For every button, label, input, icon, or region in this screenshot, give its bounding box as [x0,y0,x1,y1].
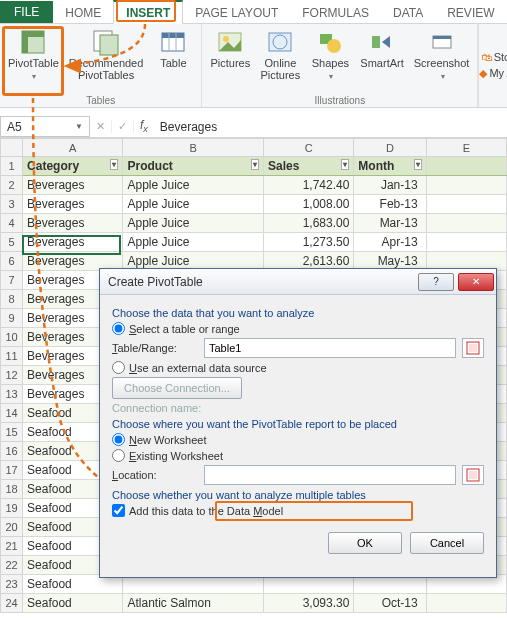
radio-existing-worksheet[interactable] [112,449,125,462]
cell[interactable] [426,233,506,252]
row-header[interactable]: 3 [1,195,23,214]
row-header[interactable]: 19 [1,499,23,518]
row-header[interactable]: 20 [1,518,23,537]
tab-file[interactable]: FILE [0,1,53,23]
cell-product[interactable]: Apple Juice [123,195,264,214]
input-location[interactable] [204,465,456,485]
row-header[interactable]: 6 [1,252,23,271]
row-header[interactable]: 18 [1,480,23,499]
table-header-month[interactable]: Month▾ [354,157,426,176]
cell-category[interactable]: Beverages [23,195,123,214]
row-header[interactable]: 5 [1,233,23,252]
dropdown-icon[interactable]: ▼ [75,122,83,131]
radio-new-worksheet[interactable] [112,433,125,446]
row-header[interactable]: 14 [1,404,23,423]
cell[interactable] [426,195,506,214]
row-header[interactable]: 1 [1,157,23,176]
cell-category[interactable]: Seafood [23,594,123,613]
tab-pagelayout[interactable]: PAGE LAYOUT [183,2,290,23]
cell-product[interactable]: Apple Juice [123,176,264,195]
cancel-button[interactable]: Cancel [410,532,484,554]
dialog-titlebar[interactable]: Create PivotTable ? ✕ [100,269,496,295]
smartart-button[interactable]: SmartArt [356,26,407,71]
row-header[interactable]: 17 [1,461,23,480]
help-button[interactable]: ? [418,273,454,291]
row-header[interactable]: 15 [1,423,23,442]
table-header-category[interactable]: Category▾ [23,157,123,176]
row-header[interactable]: 11 [1,347,23,366]
ok-button[interactable]: OK [328,532,402,554]
input-table-range[interactable] [204,338,456,358]
row-header[interactable]: 4 [1,214,23,233]
filter-icon[interactable]: ▾ [110,159,118,170]
row-header[interactable]: 8 [1,290,23,309]
row-header[interactable]: 7 [1,271,23,290]
row-header[interactable]: 21 [1,537,23,556]
tab-insert[interactable]: INSERT [113,0,183,24]
tab-formulas[interactable]: FORMULAS [290,2,381,23]
recommended-pivottables-button[interactable]: Recommended PivotTables [65,26,148,83]
row-header[interactable]: 22 [1,556,23,575]
tab-data[interactable]: DATA [381,2,435,23]
cell-sales[interactable]: 1,273.50 [264,233,354,252]
row-header[interactable]: 2 [1,176,23,195]
cell[interactable] [426,157,506,176]
store-button[interactable]: 🛍Stor [481,51,507,63]
tab-home[interactable]: HOME [53,2,113,23]
row-header[interactable]: 10 [1,328,23,347]
screenshot-button[interactable]: Screenshot [410,26,474,84]
formula-bar[interactable]: Beverages [154,120,217,134]
myapps-button[interactable]: ◆My A [479,67,507,80]
tab-review[interactable]: REVIEW [435,2,506,23]
cell-sales[interactable]: 3,093.30 [264,594,354,613]
cell[interactable] [426,214,506,233]
row-header[interactable]: 12 [1,366,23,385]
name-box[interactable]: A5 ▼ [0,116,90,137]
cell-month[interactable]: Jan-13 [354,176,426,195]
cell[interactable] [426,594,506,613]
col-header-e[interactable]: E [426,139,506,157]
row-header[interactable]: 9 [1,309,23,328]
close-button[interactable]: ✕ [458,273,494,291]
filter-icon[interactable]: ▾ [341,159,349,170]
cell-month[interactable]: Apr-13 [354,233,426,252]
filter-icon[interactable]: ▾ [414,159,422,170]
cell-product[interactable]: Apple Juice [123,214,264,233]
cell-category[interactable]: Beverages [23,214,123,233]
shapes-button[interactable]: Shapes [306,26,354,84]
col-header-a[interactable]: A [23,139,123,157]
cell[interactable] [426,176,506,195]
filter-icon[interactable]: ▾ [251,159,259,170]
pivottable-button[interactable]: PivotTable [4,26,63,84]
row-header[interactable]: 16 [1,442,23,461]
cancel-entry-icon[interactable]: ✕ [90,120,112,133]
col-header-c[interactable]: C [264,139,354,157]
fx-icon[interactable]: fx [134,118,154,134]
col-header-d[interactable]: D [354,139,426,157]
row-header[interactable]: 23 [1,575,23,594]
cell-product[interactable]: Atlantic Salmon [123,594,264,613]
cell-month[interactable]: Oct-13 [354,594,426,613]
col-header-b[interactable]: B [123,139,264,157]
table-button[interactable]: Table [149,26,197,71]
cell-product[interactable]: Apple Juice [123,233,264,252]
enter-entry-icon[interactable]: ✓ [112,120,134,133]
pictures-button[interactable]: Pictures [206,26,254,71]
row-header[interactable]: 13 [1,385,23,404]
row-header[interactable]: 24 [1,594,23,613]
radio-select-table[interactable] [112,322,125,335]
cell-category[interactable]: Beverages [23,176,123,195]
cell-sales[interactable]: 1,742.40 [264,176,354,195]
online-pictures-button[interactable]: Online Pictures [256,26,304,83]
select-all-corner[interactable] [1,139,23,157]
cell-sales[interactable]: 1,683.00 [264,214,354,233]
radio-external-source[interactable] [112,361,125,374]
cell-month[interactable]: Feb-13 [354,195,426,214]
table-header-product[interactable]: Product▾ [123,157,264,176]
range-picker-icon[interactable] [462,465,484,485]
cell-month[interactable]: Mar-13 [354,214,426,233]
cell-category[interactable]: Beverages [23,233,123,252]
checkbox-data-model[interactable] [112,504,125,517]
cell-sales[interactable]: 1,008.00 [264,195,354,214]
table-header-sales[interactable]: Sales▾ [264,157,354,176]
